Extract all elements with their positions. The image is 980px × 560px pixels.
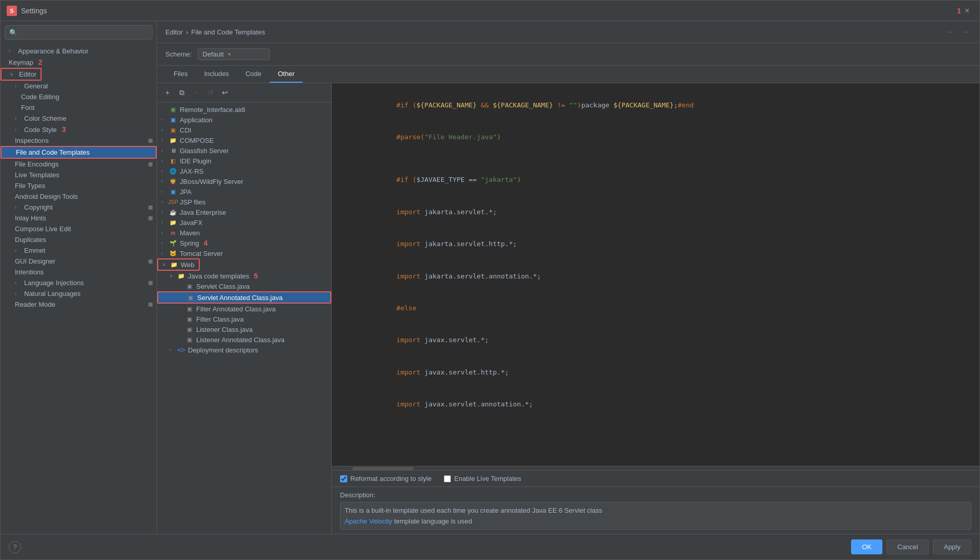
sidebar-item-file-types[interactable]: File Types bbox=[1, 180, 157, 191]
sidebar-item-copyright[interactable]: › Copyright bbox=[1, 202, 157, 213]
sidebar-item-android-design-tools[interactable]: Android Design Tools bbox=[1, 191, 157, 202]
sidebar-item-inspections[interactable]: Inspections bbox=[1, 135, 157, 146]
sidebar-item-label: Language Injections bbox=[24, 279, 84, 287]
ftree-item-deployment-descriptors[interactable]: › </> Deployment descriptors bbox=[157, 345, 331, 355]
sidebar-item-appearance[interactable]: › Appearance & Behavior bbox=[1, 46, 157, 57]
sidebar-item-label: Color Scheme bbox=[24, 115, 66, 122]
copy-template-button[interactable]: ⧉ bbox=[176, 86, 188, 99]
badge-icon bbox=[148, 139, 153, 143]
ftree-item-java-enterprise[interactable]: › ☕ Java Enterprise bbox=[157, 207, 331, 217]
chevron-icon: › bbox=[9, 48, 15, 54]
settings-dialog: S Settings 1 × 🔍 › Appearance & Behavior… bbox=[0, 0, 980, 560]
tab-other[interactable]: Other bbox=[270, 66, 303, 83]
ftree-item-jsp-files[interactable]: › JSP JSP files bbox=[157, 197, 331, 207]
sidebar-item-color-scheme[interactable]: › Color Scheme bbox=[1, 113, 157, 124]
scheme-select[interactable]: Default ▾ bbox=[198, 48, 270, 60]
horizontal-scrollbar[interactable] bbox=[332, 466, 979, 470]
nav-back-button[interactable]: ← bbox=[945, 26, 957, 38]
ftree-item-compose[interactable]: › 📁 COMPOSE bbox=[157, 135, 331, 145]
ftree-item-javafx[interactable]: › 📁 JavaFX bbox=[157, 217, 331, 228]
tab-files[interactable]: Files bbox=[165, 66, 196, 83]
ftree-item-tomcat[interactable]: › 🐱 Tomcat Server bbox=[157, 248, 331, 258]
remove-template-button[interactable]: − bbox=[190, 86, 202, 99]
sidebar-item-code-style[interactable]: › Code Style 3 bbox=[1, 124, 157, 135]
close-button[interactable]: × bbox=[961, 5, 973, 17]
help-button[interactable]: ? bbox=[9, 541, 21, 553]
ftree-item-servlet-class[interactable]: ▣ Servlet Class.java bbox=[157, 281, 331, 291]
chevron-icon: › bbox=[15, 291, 21, 296]
cancel-button[interactable]: Cancel bbox=[887, 539, 929, 554]
server-icon: 🖥 bbox=[169, 146, 177, 155]
sidebar-item-code-editing[interactable]: Code Editing bbox=[1, 91, 157, 102]
ok-button[interactable]: OK bbox=[851, 539, 882, 554]
sidebar-item-label: Android Design Tools bbox=[15, 193, 78, 200]
ftree-item-jax-rs[interactable]: › 🌐 JAX-RS bbox=[157, 166, 331, 176]
ftree-item-label: CDI bbox=[180, 126, 191, 134]
ftree-item-jboss[interactable]: › 🦁 JBoss/WildFly Server bbox=[157, 176, 331, 186]
reformat-checkbox[interactable] bbox=[340, 475, 347, 482]
search-box[interactable]: 🔍 bbox=[5, 25, 153, 40]
dialog-title: Settings bbox=[21, 7, 955, 15]
file-icon: ▣ bbox=[169, 105, 177, 114]
add-template-button[interactable]: + bbox=[161, 86, 174, 99]
apache-velocity-link[interactable]: Apache Velocity bbox=[345, 517, 392, 525]
file-icon: ▣ bbox=[185, 315, 194, 323]
ftree-item-filter-class[interactable]: ▣ Filter Class.java bbox=[157, 314, 331, 324]
sidebar-item-keymap[interactable]: Keymap 2 bbox=[1, 57, 157, 68]
ftree-item-java-code-templates[interactable]: ∨ 📁 Java code templates 5 bbox=[157, 271, 331, 281]
tab-code[interactable]: Code bbox=[237, 66, 270, 83]
sidebar-item-inlay-hints[interactable]: Inlay Hints bbox=[1, 213, 157, 223]
search-input[interactable] bbox=[20, 29, 148, 36]
sidebar-item-compose-live-edit[interactable]: Compose Live Edit bbox=[1, 223, 157, 234]
ftree-item-listener-annotated-class[interactable]: ▣ Listener Annotated Class.java bbox=[157, 334, 331, 345]
ftree-item-label: Deployment descriptors bbox=[188, 346, 258, 354]
sidebar-item-reader-mode[interactable]: Reader Mode bbox=[1, 299, 157, 310]
ftree-item-servlet-annotated-class[interactable]: ▣ Servlet Annotated Class.java bbox=[157, 291, 331, 304]
badge-icon bbox=[148, 281, 153, 285]
undo-button[interactable]: ↩ bbox=[219, 86, 231, 99]
sidebar-item-live-templates[interactable]: Live Templates bbox=[1, 170, 157, 180]
chevron-icon: › bbox=[15, 116, 21, 121]
ftree-item-ide-plugin[interactable]: › ◧ IDE Plugin bbox=[157, 156, 331, 166]
reset-template-button[interactable]: ↺ bbox=[204, 86, 217, 99]
maven-icon: m bbox=[169, 229, 177, 237]
description-box: This is a built-in template used each ti… bbox=[340, 502, 971, 530]
sidebar-item-file-encodings[interactable]: File Encodings bbox=[1, 159, 157, 170]
sidebar-item-general[interactable]: › General bbox=[1, 81, 157, 91]
sidebar-item-label: Compose Live Edit bbox=[15, 225, 71, 233]
annotation-5: 5 bbox=[254, 272, 258, 280]
ftree-item-maven[interactable]: › m Maven bbox=[157, 228, 331, 238]
sidebar-item-language-injections[interactable]: › Language Injections bbox=[1, 277, 157, 288]
file-icon: ▣ bbox=[185, 335, 194, 344]
sidebar-item-font[interactable]: Font bbox=[1, 102, 157, 113]
scheme-row: Scheme: Default ▾ bbox=[157, 43, 979, 66]
sidebar-item-emmet[interactable]: › Emmet bbox=[1, 245, 157, 256]
sidebar-item-label: Code Editing bbox=[21, 93, 59, 101]
sidebar-item-editor[interactable]: ∨ Editor bbox=[1, 68, 42, 81]
code-editor[interactable]: #if (${PACKAGE_NAME} && ${PACKAGE_NAME} … bbox=[332, 83, 979, 466]
ftree-item-glassfish[interactable]: › 🖥 Glassfish Server bbox=[157, 145, 331, 156]
sidebar-item-file-and-code-templates[interactable]: File and Code Templates bbox=[1, 146, 157, 159]
reformat-label: Reformat according to style bbox=[350, 475, 431, 482]
tab-includes[interactable]: Includes bbox=[196, 66, 237, 83]
code-line: import javax.servlet.http.*; bbox=[340, 357, 971, 388]
ftree-item-remote-interface[interactable]: ▣ Remote_Interface.aidl bbox=[157, 104, 331, 115]
ftree-item-web[interactable]: ∨ 📁 Web bbox=[157, 258, 200, 271]
sidebar-item-label: Inlay Hints bbox=[15, 214, 46, 222]
ftree-item-listener-class[interactable]: ▣ Listener Class.java bbox=[157, 324, 331, 334]
nav-forward-button[interactable]: → bbox=[959, 26, 971, 38]
ftree-item-filter-annotated-class[interactable]: ▣ Filter Annotated Class.java bbox=[157, 304, 331, 314]
ftree-item-spring[interactable]: › 🌱 Spring 4 bbox=[157, 238, 331, 248]
ftree-item-cdi[interactable]: › ▣ CDI bbox=[157, 125, 331, 135]
sidebar-item-intentions[interactable]: Intentions bbox=[1, 267, 157, 277]
sidebar-item-label: Font bbox=[21, 104, 34, 111]
apply-button[interactable]: Apply bbox=[933, 539, 971, 554]
sidebar-item-duplicates[interactable]: Duplicates bbox=[1, 234, 157, 245]
sidebar-item-natural-languages[interactable]: › Natural Languages bbox=[1, 288, 157, 299]
ftree-item-application[interactable]: › ▣ Application bbox=[157, 115, 331, 125]
ftree-item-label: Servlet Class.java bbox=[196, 283, 250, 290]
sidebar-item-gui-designer[interactable]: GUI Designer bbox=[1, 256, 157, 267]
live-templates-checkbox[interactable] bbox=[444, 475, 451, 482]
ftree-item-jpa[interactable]: › ▣ JPA bbox=[157, 186, 331, 197]
chevron-icon: › bbox=[15, 280, 21, 286]
